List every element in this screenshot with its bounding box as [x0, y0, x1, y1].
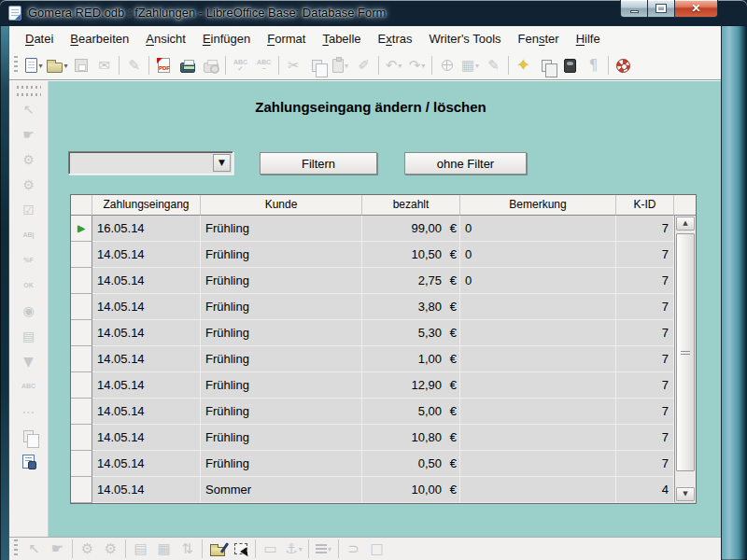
cell-kunde[interactable]: Frühling [201, 399, 362, 425]
cell-bemerkung[interactable]: 0 [460, 216, 616, 242]
cell-kunde[interactable]: Frühling [201, 372, 362, 399]
filtern-button[interactable]: Filtern [260, 152, 377, 175]
toolbar-grip[interactable] [14, 56, 18, 75]
row-selector[interactable] [71, 294, 92, 320]
cell-kunde[interactable]: Frühling [201, 268, 362, 294]
cell-kid[interactable]: 7 [616, 216, 674, 242]
row-selector[interactable] [71, 399, 92, 425]
cell-bemerkung[interactable] [460, 294, 616, 320]
scroll-up-button[interactable]: ▲ [676, 217, 695, 231]
column-header-zahlungseingang[interactable]: Zahlungseingang [92, 195, 201, 216]
cell-zahlungseingang[interactable]: 14.05.14 [92, 242, 201, 268]
cell-bemerkung[interactable]: 0 [460, 268, 616, 294]
navigator-button[interactable]: ✦ [512, 54, 535, 77]
cell-kid[interactable]: 4 [616, 477, 674, 503]
cell-bemerkung[interactable]: 0 [460, 242, 616, 268]
menu-tabelle[interactable]: Tabelle [314, 28, 369, 49]
row-selector[interactable] [71, 451, 92, 477]
cell-bemerkung[interactable] [460, 451, 616, 477]
gallery-button[interactable] [535, 54, 558, 77]
cell-kid[interactable]: 7 [616, 451, 674, 477]
table-row[interactable]: 14.05.14Frühling1,00€7 [71, 346, 696, 372]
maximize-button[interactable] [648, 0, 675, 18]
menu-datei[interactable]: Datei [17, 28, 62, 49]
row-selector[interactable] [71, 268, 92, 294]
column-header-blank[interactable] [71, 195, 92, 216]
table-row[interactable]: 14.05.14Frühling12,90€7 [71, 372, 696, 399]
cell-kid[interactable]: 7 [616, 346, 674, 372]
cell-kunde[interactable]: Frühling [201, 346, 362, 372]
cell-bezahlt[interactable]: 2,75€ [362, 268, 460, 294]
cell-bezahlt[interactable]: 12,90€ [362, 372, 460, 399]
data-sources-button[interactable] [558, 54, 582, 77]
cell-bezahlt[interactable]: 10,80€ [362, 425, 460, 451]
column-header-bemerkung[interactable]: Bemerkung [460, 195, 616, 216]
cell-zahlungseingang[interactable]: 14.05.14 [92, 346, 201, 372]
minimize-button[interactable] [620, 0, 648, 18]
column-header-bezahlt[interactable]: bezahlt [362, 195, 460, 216]
cell-kid[interactable]: 7 [616, 268, 674, 294]
cell-kunde[interactable]: Frühling [201, 294, 362, 320]
row-selector[interactable]: ▶ [71, 216, 92, 242]
cell-zahlungseingang[interactable]: 14.05.14 [92, 294, 201, 320]
table-row[interactable]: 14.05.14Frühling2,75€07 [71, 268, 696, 294]
row-selector[interactable] [71, 477, 92, 503]
cell-bezahlt[interactable]: 5,00€ [362, 399, 460, 425]
combo-dropdown-button[interactable]: ▼ [213, 154, 231, 172]
toolbar-grip[interactable] [14, 539, 18, 558]
menu-einfügen[interactable]: Einfügen [194, 28, 259, 49]
menu-extras[interactable]: Extras [370, 28, 421, 49]
ohne-filter-button[interactable]: ohne Filter [404, 152, 527, 175]
cell-zahlungseingang[interactable]: 14.05.14 [92, 399, 201, 425]
cell-kid[interactable]: 7 [616, 399, 674, 425]
menu-writer-s-tools[interactable]: Writer's Tools [420, 28, 509, 49]
row-selector[interactable] [71, 372, 92, 399]
table-row[interactable]: 14.05.14Frühling3,80€7 [71, 294, 696, 320]
cell-bezahlt[interactable]: 0,50€ [362, 451, 460, 477]
cell-zahlungseingang[interactable]: 14.05.14 [92, 451, 201, 477]
cell-kunde[interactable]: Frühling [201, 216, 362, 242]
table-vertical-scrollbar[interactable]: ▲ ▼ [674, 216, 696, 502]
cell-bezahlt[interactable]: 10,00€ [362, 477, 460, 503]
cell-bezahlt[interactable]: 3,80€ [362, 294, 460, 320]
cell-bemerkung[interactable] [460, 399, 616, 425]
cell-zahlungseingang[interactable]: 14.05.14 [92, 425, 201, 451]
help-button[interactable] [612, 54, 635, 77]
scrollbar-thumb[interactable] [676, 233, 695, 471]
row-selector[interactable] [71, 320, 92, 346]
table-row[interactable]: 14.05.14Frühling0,50€7 [71, 451, 696, 477]
cell-bezahlt[interactable]: 1,00€ [362, 346, 460, 372]
cell-bezahlt[interactable]: 5,30€ [362, 320, 460, 346]
table-row[interactable]: 14.05.14Frühling5,00€7 [71, 399, 696, 425]
column-header-k-id[interactable]: K-ID [616, 195, 674, 216]
cell-kid[interactable]: 7 [616, 294, 674, 320]
row-selector[interactable] [71, 425, 92, 451]
cell-kunde[interactable]: Frühling [201, 451, 362, 477]
cell-bemerkung[interactable] [460, 320, 616, 346]
table-row[interactable]: ▶16.05.14Frühling99,00€07 [71, 216, 696, 242]
open-in-design-mode-button[interactable] [205, 538, 229, 560]
cell-kid[interactable]: 7 [616, 242, 674, 268]
cell-kid[interactable]: 7 [616, 425, 674, 451]
scroll-down-button[interactable]: ▼ [676, 487, 695, 501]
column-header-blank[interactable] [674, 195, 696, 216]
table-row[interactable]: 14.05.14Frühling10,50€07 [71, 242, 696, 268]
cell-zahlungseingang[interactable]: 16.05.14 [92, 216, 201, 242]
automatic-control-focus-button[interactable] [229, 538, 252, 560]
menu-fenster[interactable]: Fenster [510, 28, 568, 49]
cell-kunde[interactable]: Frühling [201, 320, 362, 346]
row-selector[interactable] [71, 242, 92, 268]
menu-ansicht[interactable]: Ansicht [137, 28, 194, 49]
table-row[interactable]: 14.05.14Frühling10,80€7 [71, 425, 696, 451]
column-header-kunde[interactable]: Kunde [201, 195, 362, 216]
menu-format[interactable]: Format [259, 28, 314, 49]
menu-hilfe[interactable]: Hilfe [568, 28, 609, 49]
cell-kunde[interactable]: Sommer [201, 477, 362, 503]
table-row[interactable]: 14.05.14Sommer10,00€4 [71, 477, 696, 503]
cell-kid[interactable]: 7 [616, 372, 674, 399]
new-document-button[interactable]: ▾ [22, 54, 46, 77]
close-button[interactable]: ✕ [675, 0, 718, 18]
cell-bemerkung[interactable] [460, 477, 616, 503]
open-button[interactable]: ▾ [46, 54, 69, 77]
menu-bearbeiten[interactable]: Bearbeiten [62, 28, 137, 49]
